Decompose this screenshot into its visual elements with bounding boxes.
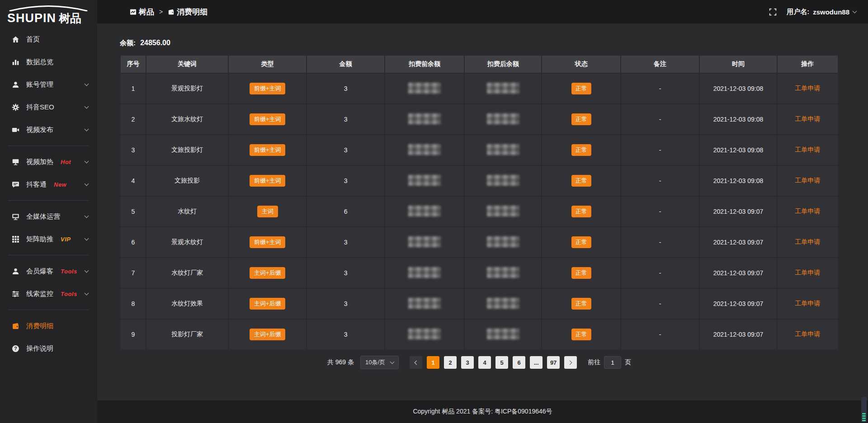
status-badge: 正常	[571, 206, 591, 217]
cell-type: 前缀+主词	[229, 166, 306, 196]
question-icon: ?	[12, 345, 19, 352]
cell-balance-after	[465, 166, 541, 196]
sidebar-item-bar-chart[interactable]: 数据总览	[0, 51, 97, 73]
ticket-request-link[interactable]: 工单申请	[795, 238, 820, 245]
sidebar-item-wallet[interactable]: 消费明细	[0, 315, 97, 337]
consumption-table: 序号关键词类型金额扣费前余额扣费后余额状态备注时间操作 1景观投影灯前缀+主词3…	[120, 55, 839, 350]
cell-keyword: 投影灯厂家	[146, 320, 228, 349]
logo-cjk-text: 树品	[59, 11, 81, 26]
home-icon	[12, 36, 19, 43]
table-row: 6景观水纹灯前缀+主词3正常-2021-12-03 09:07工单申请	[121, 227, 838, 257]
cell-time: 2021-12-03 09:07	[700, 320, 776, 349]
breadcrumb-current[interactable]: 消费明细	[168, 7, 208, 17]
goto-page-input[interactable]	[604, 356, 621, 369]
page-button-4[interactable]: 4	[478, 356, 491, 369]
cell-balance-after	[465, 74, 541, 103]
cell-index: 5	[121, 197, 146, 226]
sidebar-item-member[interactable]: 会员爆客Tools	[0, 260, 97, 282]
masked-value	[487, 267, 519, 278]
page-ellipsis-button[interactable]: ...	[530, 356, 542, 369]
cell-action: 工单申请	[778, 166, 838, 196]
status-badge: 正常	[571, 329, 591, 340]
cell-status: 正常	[542, 166, 620, 196]
cell-action: 工单申请	[778, 74, 838, 103]
sidebar-menu: 首页数据总览账号管理抖音SEO视频发布视频加热Hot抖客通New全媒体运营矩阵助…	[0, 28, 97, 360]
cell-keyword: 文旅水纹灯	[146, 104, 228, 134]
status-badge: 正常	[571, 298, 591, 310]
logo-latin-text: SHUPIN	[7, 11, 56, 25]
cell-balance-before	[385, 104, 464, 134]
cell-note: -	[621, 166, 699, 196]
page-button-2[interactable]: 2	[444, 356, 457, 369]
page-button-3[interactable]: 3	[461, 356, 474, 369]
sidebar-item-sliders[interactable]: 线索监控Tools	[0, 282, 97, 305]
cell-action: 工单申请	[778, 289, 838, 319]
page-button-1[interactable]: 1	[427, 356, 439, 369]
sidebar-item-question[interactable]: ?操作说明	[0, 337, 97, 360]
breadcrumb-label: 树品	[139, 7, 154, 17]
ticket-request-link[interactable]: 工单申请	[795, 85, 820, 92]
ticket-request-link[interactable]: 工单申请	[795, 146, 820, 153]
cell-time: 2021-12-03 09:07	[700, 289, 776, 319]
user-menu[interactable]: 用户名: zswodun88	[787, 8, 856, 16]
masked-value	[487, 144, 519, 155]
sidebar-item-tag: New	[54, 181, 66, 188]
chevron-down-icon	[853, 9, 857, 14]
cell-amount: 3	[307, 104, 384, 134]
cell-note: -	[621, 197, 699, 226]
type-badge: 主词+后缀	[250, 267, 286, 279]
cell-note: -	[621, 289, 699, 319]
cell-index: 8	[121, 289, 146, 319]
masked-value	[487, 236, 519, 247]
sidebar-item-grid[interactable]: 矩阵助推VIP	[0, 228, 97, 250]
next-page-button[interactable]	[564, 356, 577, 369]
ticket-request-link[interactable]: 工单申请	[795, 300, 820, 307]
cell-amount: 6	[307, 197, 384, 226]
cell-balance-before	[385, 258, 464, 288]
table-row: 5水纹灯主词6正常-2021-12-03 09:07工单申请	[121, 197, 838, 226]
ticket-request-link[interactable]: 工单申请	[795, 207, 820, 215]
sidebar: SHUPIN 树品 首页数据总览账号管理抖音SEO视频发布视频加热Hot抖客通N…	[0, 0, 97, 423]
sidebar-item-gear[interactable]: 抖音SEO	[0, 96, 97, 118]
sidebar-item-user[interactable]: 账号管理	[0, 73, 97, 96]
user-zone: 用户名: zswodun88	[769, 8, 856, 16]
ticket-request-link[interactable]: 工单申请	[795, 177, 820, 184]
masked-value	[408, 175, 441, 186]
cell-status: 正常	[542, 320, 620, 349]
ticket-request-link[interactable]: 工单申请	[795, 330, 820, 338]
breadcrumb-home[interactable]: 树品	[130, 7, 154, 17]
type-badge: 前缀+主词	[250, 144, 286, 156]
app-logo: SHUPIN 树品	[0, 0, 97, 28]
fullscreen-icon[interactable]	[769, 8, 777, 16]
sidebar-item-home[interactable]: 首页	[0, 28, 97, 51]
chat-icon	[12, 181, 19, 188]
prev-page-button[interactable]	[410, 356, 422, 369]
sidebar-item-chat[interactable]: 抖客通New	[0, 173, 97, 196]
sidebar-item-label: 视频发布	[26, 126, 53, 134]
cell-amount: 3	[307, 227, 384, 257]
page-size-select[interactable]: 10条/页	[360, 356, 399, 369]
sidebar-item-label: 数据总览	[26, 58, 53, 66]
status-badge: 正常	[571, 267, 591, 279]
page-button-5[interactable]: 5	[495, 356, 508, 369]
cell-keyword: 文旅投影	[146, 166, 228, 196]
ticket-request-link[interactable]: 工单申请	[795, 269, 820, 276]
masked-value	[408, 267, 441, 278]
monitor-icon	[12, 213, 19, 221]
gear-icon	[12, 103, 19, 111]
cell-time: 2021-12-03 09:08	[700, 135, 776, 165]
page-button-6[interactable]: 6	[513, 356, 525, 369]
sidebar-item-video[interactable]: 视频发布	[0, 118, 97, 141]
sidebar-item-monitor[interactable]: 全媒体运营	[0, 205, 97, 228]
sidebar-item-tag: Tools	[61, 268, 77, 275]
masked-value	[487, 83, 519, 94]
cell-balance-after	[465, 320, 541, 349]
cell-time: 2021-12-03 09:07	[700, 227, 776, 257]
table-header-row: 序号关键词类型金额扣费前余额扣费后余额状态备注时间操作	[121, 56, 838, 73]
cell-status: 正常	[542, 227, 620, 257]
breadcrumb-label: 消费明细	[177, 7, 208, 17]
cell-balance-before	[385, 74, 464, 103]
sidebar-item-display[interactable]: 视频加热Hot	[0, 150, 97, 173]
page-button-97[interactable]: 97	[547, 356, 560, 369]
ticket-request-link[interactable]: 工单申请	[795, 115, 820, 122]
